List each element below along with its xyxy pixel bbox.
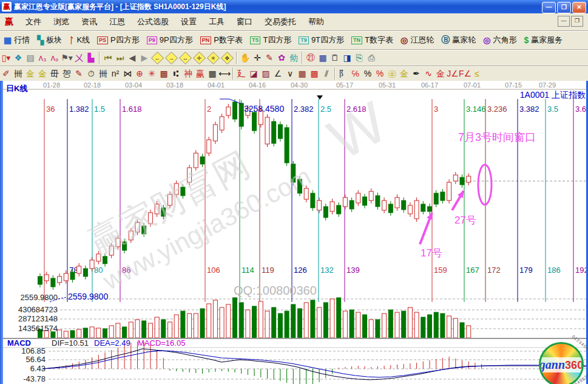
wave-9-icon[interactable]: ʌ₉ <box>49 52 61 63</box>
wave-red-icon[interactable]: ∿ <box>422 68 434 79</box>
comb2-icon[interactable]: 卌 <box>97 68 109 79</box>
tool-winner-wheel[interactable]: Ⓑ赢家轮 <box>438 33 479 47</box>
spiral-icon[interactable]: 㔔 <box>61 68 73 79</box>
gann-diamond-→-icon[interactable]: → <box>165 51 178 64</box>
candle-style-icon[interactable]: ▯▾ <box>0 52 12 63</box>
menu-item-5[interactable]: 设置 <box>175 15 203 29</box>
percent-icon[interactable]: % <box>362 68 374 79</box>
menu-item-3[interactable]: 江恩 <box>103 15 131 29</box>
pen2-icon[interactable]: ✎ <box>73 68 85 79</box>
restore-button[interactable]: ❐ <box>557 2 571 13</box>
gann-diamond-✥-icon[interactable]: ✥ <box>221 51 234 64</box>
menu-item-2[interactable]: 资讯 <box>75 15 103 29</box>
gann-diamond-✳-icon[interactable]: ✳ <box>207 51 220 64</box>
gold-gann2-icon[interactable]: 金 <box>36 68 49 79</box>
fan-grid-icon[interactable]: ▨ <box>260 68 272 79</box>
gold-gann-icon[interactable]: 金 <box>24 68 36 79</box>
chart-area[interactable]: 01-2802-1803-0403-1804-0104-1604-3005-17… <box>0 81 588 384</box>
close-button[interactable]: ✕ <box>572 2 586 13</box>
gann-diamond-✛-icon[interactable]: ✛ <box>193 51 206 64</box>
tool-t-square[interactable]: TST四方形 <box>246 33 295 47</box>
hand-tool-icon[interactable]: ✋ <box>239 52 251 63</box>
tool-gann-wheel[interactable]: ◎江恩轮 <box>397 33 438 47</box>
save-disk-icon[interactable]: ◨ <box>341 52 353 63</box>
grid-red-icon[interactable]: ▩ <box>308 68 320 79</box>
tool-hexagon[interactable]: ◎六角形 <box>479 33 520 47</box>
skip-last-icon[interactable]: ⏭ <box>114 52 126 63</box>
menu-item-9[interactable]: 帮助 <box>302 15 330 29</box>
prev-bar-icon[interactable]: ◀ <box>126 52 138 63</box>
tool-kline[interactable]: ᛚK线 <box>66 33 93 47</box>
knot-icon[interactable]: 㐅 <box>73 52 85 63</box>
trend-pen-icon[interactable]: ∠ <box>272 68 284 79</box>
tool-t-number-table[interactable]: TNT数字表 <box>348 33 397 47</box>
menu-item-7[interactable]: 窗口 <box>231 15 259 29</box>
crosshair-icon[interactable]: ✛ <box>251 52 263 63</box>
ying-icon[interactable]: 赢 <box>194 68 206 79</box>
menu-item-4[interactable]: 公式选股 <box>131 15 175 29</box>
speedline-icon[interactable]: ⏱ <box>85 68 97 79</box>
knot-teal-icon[interactable]: 㑃 <box>288 52 300 63</box>
marker-pen-icon[interactable]: ✎ <box>263 52 275 63</box>
circle-target-icon[interactable]: ⊕ <box>133 68 146 79</box>
tool-9p-square[interactable]: P99P四方形 <box>143 33 197 47</box>
export-print-icon[interactable]: ⎙ <box>365 52 377 63</box>
fib-f-icon[interactable]: 毌 <box>49 68 61 79</box>
comb-icon[interactable]: 卌 <box>12 68 24 79</box>
menu-item-8[interactable]: 交易委托 <box>259 15 302 29</box>
width-tool-icon[interactable]: ⟷ <box>218 68 231 79</box>
f-angle-icon[interactable]: F∠ <box>459 68 471 79</box>
parallel-icon[interactable]: ⫽ <box>320 68 333 79</box>
menu-item-6[interactable]: 工具 <box>203 15 231 29</box>
gauge-icon[interactable]: 阝 <box>337 68 350 79</box>
grid-fine-icon[interactable]: ▦ <box>296 68 308 79</box>
fan-box-icon[interactable]: ◪ <box>248 68 260 79</box>
brush-icon[interactable]: ✐ <box>0 68 12 79</box>
gold-red-icon[interactable]: 金 <box>434 68 447 79</box>
next-bar-icon[interactable]: ▶ <box>138 52 150 63</box>
grid-box-icon[interactable]: ▩ <box>158 68 170 79</box>
tool-sectors[interactable]: ▚板块 <box>33 33 66 47</box>
tool-p-number-table[interactable]: PNP数字表 <box>197 33 246 47</box>
kline-chart-svg[interactable]: 01-2802-1803-0403-1804-0104-1604-3005-17… <box>0 81 588 384</box>
gold-circle-icon[interactable]: ㊎ <box>386 68 398 79</box>
skip-first-icon[interactable]: ⏮ <box>102 52 114 63</box>
butterfly-icon[interactable]: ⋈ <box>121 68 133 79</box>
ink-pen-icon[interactable]: ✒ <box>410 68 422 79</box>
shen-icon[interactable]: 神 <box>182 68 194 79</box>
gann-diamond-↔-icon[interactable]: ↔ <box>179 51 192 64</box>
tool-quotes[interactable]: ▦行情 <box>0 33 33 47</box>
minimize-button[interactable]: — <box>542 2 556 13</box>
gold-angle-icon[interactable]: ≤ <box>471 68 483 79</box>
calendar-21-icon[interactable]: ㉑ <box>305 52 317 63</box>
mdi-minimize-button[interactable]: — <box>558 16 570 27</box>
network-icon[interactable]: ❖ <box>12 52 24 63</box>
zigzag-icon[interactable]: ∨ <box>284 68 296 79</box>
j-angle-icon[interactable]: J∠ <box>447 68 459 79</box>
wave-3-icon[interactable]: ʌ₃ <box>36 52 49 63</box>
n-square-icon[interactable]: n² <box>109 68 121 79</box>
notebook-icon[interactable]: 🗒 <box>329 52 341 63</box>
percent-red-icon[interactable]: % <box>374 68 386 79</box>
gann-diamond-←-icon[interactable]: ← <box>151 51 164 64</box>
calculator-icon[interactable]: ▦ <box>317 52 329 63</box>
tool-p-square[interactable]: PSP四方形 <box>93 33 143 47</box>
candle-body <box>252 112 257 131</box>
gold-lines-icon[interactable]: 金 <box>398 68 410 79</box>
ribbon-icon[interactable]: ✿ <box>275 52 288 63</box>
tool-9t-square[interactable]: T99T四方形 <box>295 33 348 47</box>
star-red-icon[interactable]: ✳ <box>146 68 158 79</box>
tool-winner-service[interactable]: $赢家服务 <box>520 33 566 47</box>
hexagon-label: 六角形 <box>493 35 516 46</box>
color-histogram-icon[interactable]: ▙ <box>85 52 97 63</box>
grid123-icon[interactable]: ▦ <box>206 68 218 79</box>
flag-icon[interactable]: ⚑▾ <box>61 52 73 63</box>
menu-item-1[interactable]: 浏览 <box>47 15 75 29</box>
export-web-icon[interactable]: ⎘ <box>353 52 365 63</box>
bars-ii-icon[interactable]: ⑆ <box>170 68 182 79</box>
gann-fan-icon[interactable]: 廴 <box>235 68 248 79</box>
menu-item-0[interactable]: 文件 <box>19 15 47 29</box>
percent-line-icon[interactable]: ℅ <box>350 68 362 79</box>
mdi-restore-button[interactable]: ❐ <box>571 16 583 27</box>
note-icon[interactable]: ▤ <box>24 52 36 63</box>
